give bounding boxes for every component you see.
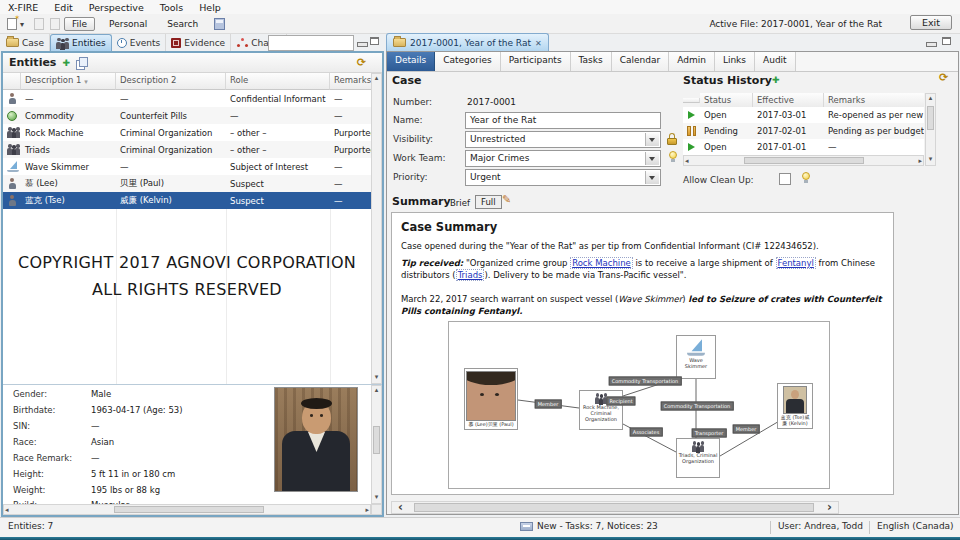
node-triads: Triads, Criminal Organization [676,438,720,478]
new-file-dropdown-icon[interactable] [20,19,24,29]
triads-link[interactable]: Triads [456,269,485,281]
tab-admin[interactable]: Admin [669,52,715,71]
scroll-down-icon[interactable]: ▾ [926,155,935,164]
exit-button[interactable]: Exit [910,15,952,30]
close-icon[interactable] [535,38,542,48]
table-row[interactable]: Commodity Counterfeit Pills — — [3,107,371,124]
table-row[interactable]: Triads Criminal Organization – other – P… [3,141,371,158]
minimize-icon[interactable] [926,42,937,47]
scrollbar-thumb[interactable] [373,426,380,454]
dropdown-arrow-icon[interactable] [645,133,659,146]
edit-summary-icon[interactable] [502,193,511,206]
column-status[interactable]: Status [700,93,753,108]
details-vertical-scrollbar[interactable]: ▴ ▾ [371,385,382,504]
tab-entities[interactable]: Entities [50,34,112,51]
status-row[interactable]: Open 2017-01-01 — [683,139,924,155]
tab-categories[interactable]: Categories [435,52,501,71]
scrollbar-thumb[interactable] [114,506,264,513]
scroll-right-icon[interactable]: › [827,502,832,513]
column-description2[interactable]: Description 2 [116,73,226,90]
menu-item-edit[interactable]: Edit [46,2,80,13]
personal-button[interactable]: Personal [99,18,157,30]
scroll-up-icon[interactable]: ▴ [372,386,381,395]
new-file-icon[interactable] [7,18,17,30]
report-icon[interactable] [214,18,225,30]
full-button[interactable]: Full [475,195,502,209]
add-status-icon[interactable] [772,75,780,85]
tab-evidence[interactable]: Evidence [166,34,231,51]
menu-item-help[interactable]: Help [191,2,229,13]
table-vertical-scrollbar[interactable]: ▴ ▾ [371,73,382,384]
tasks-notices[interactable]: New - Tasks: 7, Notices: 23 [520,521,658,531]
scroll-left-icon[interactable]: ‹ [398,502,403,513]
scrollbar-thumb[interactable] [414,503,814,512]
dropdown-arrow-icon[interactable] [645,171,659,184]
column-remarks[interactable]: Remarks [824,93,924,108]
node-label: 蓝克 (Tse)威廉 (Kelvin) [779,414,811,426]
column-effective[interactable]: Effective [753,93,824,108]
table-row-selected[interactable]: 蓝克 (Tse) 威廉 (Kelvin) Suspect — [3,192,371,209]
column-icon[interactable] [3,73,21,90]
name-input[interactable]: Year of the Rat [465,112,661,129]
scroll-right-icon[interactable]: ▸ [365,506,369,515]
scrollbar-thumb[interactable] [744,157,864,164]
left-horizontal-scrollbar[interactable]: ◂ ▸ [3,504,371,515]
search-button[interactable]: Search [157,18,208,30]
tab-audit[interactable]: Audit [755,52,796,71]
node-label: 慕 (Lee)贝里 (Paul) [466,421,516,427]
menu-item-perspective[interactable]: Perspective [81,2,152,13]
status-row[interactable]: Pending 2017-02-01 Pending as per budget [683,123,924,139]
menu-item-tools[interactable]: Tools [152,2,191,13]
table-row[interactable]: Wave Skimmer — Subject of Interest — [3,158,371,175]
tab-details[interactable]: Details [387,52,435,71]
maximize-icon[interactable] [370,37,379,45]
scrollbar-thumb[interactable] [927,106,934,130]
dropdown-arrow-icon[interactable] [645,152,659,165]
visibility-dropdown[interactable]: Unrestricted [465,131,661,148]
workteam-dropdown[interactable]: Major Crimes [465,150,661,167]
scroll-left-icon[interactable]: ◂ [5,506,9,515]
fentanyl-link[interactable]: Fentanyl [776,257,816,269]
tab-links[interactable]: Links [715,52,755,71]
menu-item-xfire[interactable]: X-FIRE [0,2,46,13]
scroll-left-icon[interactable]: ◂ [685,157,689,166]
column-remarks[interactable]: Remarks [330,73,371,90]
summary-horizontal-scrollbar[interactable]: ‹ › [391,501,839,514]
tab-participants[interactable]: Participants [501,52,571,71]
hint-bulb-icon[interactable] [801,172,810,184]
scroll-down-icon[interactable]: ▾ [372,373,381,382]
table-row[interactable]: 慕 (Lee) 贝里 (Paul) Suspect — [3,175,371,192]
tab-case[interactable]: Case [1,34,50,51]
status-vertical-scrollbar[interactable]: ▴ ▾ [925,93,936,166]
scroll-up-icon[interactable]: ▴ [372,74,381,83]
maximize-icon[interactable] [942,37,951,45]
tab-tasks[interactable]: Tasks [571,52,612,71]
tab-filter-box[interactable] [268,35,354,51]
table-row[interactable]: Rock Machine Criminal Organization – oth… [3,124,371,141]
brief-button[interactable]: Brief [450,198,470,208]
person-icon [8,195,17,206]
tab-calendar[interactable]: Calendar [612,52,669,71]
scroll-up-icon[interactable]: ▴ [926,94,935,103]
scroll-down-icon[interactable]: ▾ [372,493,381,502]
column-description1[interactable]: Description 1 [21,73,116,90]
file-button[interactable]: File [64,17,95,31]
allow-clean-up-label: Allow Clean Up: [683,175,754,185]
node-lee: 慕 (Lee)贝里 (Paul) [464,368,518,430]
rock-machine-link[interactable]: Rock Machine [570,257,633,269]
tab-events[interactable]: Events [112,34,166,51]
allow-clean-up-checkbox[interactable] [779,173,791,185]
copy-entity-icon[interactable] [76,57,87,68]
refresh-icon[interactable] [357,56,366,69]
table-row[interactable]: — — Confidential Informant — [3,90,371,107]
status-horizontal-scrollbar[interactable]: ◂ ▸ [683,155,924,166]
add-entity-icon[interactable] [62,58,70,68]
minimize-icon[interactable] [357,42,368,47]
refresh-icon[interactable] [939,71,948,84]
column-role[interactable]: Role [226,73,330,90]
case-document-tab[interactable]: 2017-0001, Year of the Rat [386,33,549,51]
scroll-right-icon[interactable]: ▸ [918,157,922,166]
priority-dropdown[interactable]: Urgent [465,169,661,186]
hint-bulb-icon[interactable] [668,151,677,163]
status-row[interactable]: Open 2017-03-01 Re-opened as per new [683,107,924,123]
